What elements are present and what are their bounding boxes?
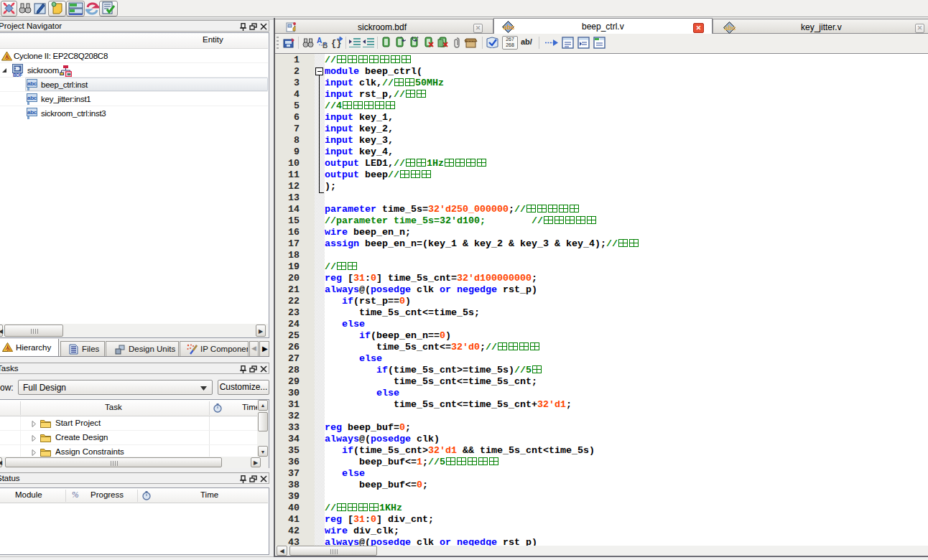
svg-text:abc: abc [27, 80, 37, 87]
svg-text:abc: abc [27, 109, 37, 116]
svg-text:BDF: BDF [13, 73, 22, 77]
svg-text:abc: abc [504, 23, 515, 31]
svg-text:A: A [317, 37, 322, 45]
svg-text:abc: abc [27, 95, 37, 101]
svg-text:abc: abc [725, 24, 736, 32]
